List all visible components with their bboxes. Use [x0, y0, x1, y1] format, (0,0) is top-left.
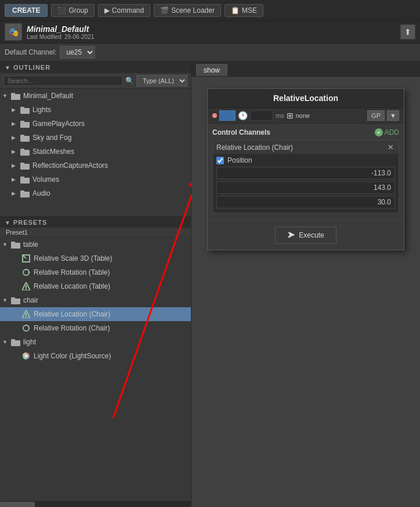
right-content: RelativeLocation 🕐 0 ms ⊞ none GP ▼ Cont…	[191, 77, 420, 507]
group-chair[interactable]: ▼ chair	[0, 293, 191, 307]
expand-icon: ▶	[12, 177, 17, 182]
push-button[interactable]: ⬆	[400, 24, 415, 39]
group-label: light	[23, 338, 36, 346]
dropdown-button[interactable]: ▼	[387, 110, 399, 121]
add-button[interactable]: + ADD	[375, 128, 399, 136]
position-checkbox-row: Position	[216, 156, 395, 164]
outliner-header: ▼ OUTLINER	[0, 62, 191, 73]
title-bar: 🎭 Minimal_Default Last Modified: 29-06-2…	[0, 21, 420, 44]
svg-rect-29	[11, 340, 20, 346]
search-input[interactable]	[3, 75, 123, 86]
expand-icon: ▶	[12, 149, 17, 154]
tree-item-reflection[interactable]: ▶ ReflectionCaptureActors	[0, 159, 191, 172]
expand-icon: ▶	[12, 121, 17, 127]
svg-rect-10	[20, 164, 30, 170]
tree-item-sky[interactable]: ▶ Sky and Fog	[0, 131, 191, 145]
execute-icon: ⮞	[287, 231, 295, 240]
position-checkbox[interactable]	[216, 157, 224, 164]
color-button[interactable]	[219, 110, 236, 121]
group-light[interactable]: ▼ light	[0, 335, 191, 349]
create-button[interactable]: CREATE	[5, 4, 48, 17]
clock-icon[interactable]: 🕐	[238, 111, 248, 120]
default-channel-bar: Default Channel: ue25	[0, 44, 420, 62]
dialog-title: RelativeLocation	[208, 89, 404, 108]
project-name: Minimal_Default	[27, 24, 396, 34]
right-panel: show RelativeLocation 🕐 0	[191, 62, 420, 507]
tree-label: ReflectionCaptureActors	[32, 161, 108, 170]
main-layout: ▼ OUTLINER 🔍 Type (ALL) ▼ Minimal_Defaul…	[0, 62, 420, 507]
preset-item-scale-table[interactable]: Relative Scale 3D (Table)	[0, 251, 191, 265]
grid-icon[interactable]: ⊞	[287, 111, 294, 120]
group-label: table	[23, 240, 38, 249]
dialog-toolbar: 🕐 0 ms ⊞ none GP ▼	[208, 108, 404, 124]
bottom-scrollbar[interactable]	[0, 501, 191, 507]
tree-item-gameplay[interactable]: ▶ GamePlayActors	[0, 117, 191, 131]
tree-label: Lights	[32, 106, 51, 114]
presets-header: ▼ PRESETS	[0, 217, 191, 228]
close-channel-button[interactable]: ✕	[386, 143, 395, 152]
grid-value: none	[296, 112, 310, 119]
control-channels-header: Control Channels + ADD	[212, 128, 399, 136]
folder-icon-chair	[10, 295, 21, 305]
folder-icon-audio	[20, 188, 30, 199]
group-button[interactable]: ⬛ Group	[51, 4, 94, 17]
top-bar: CREATE ⬛ Group ▶ Command 🎬 Scene Loader …	[0, 0, 420, 21]
last-modified: Last Modified: 29-06-2021	[27, 34, 396, 40]
preset-item-rotation-table[interactable]: Relative Rotation (Table)	[0, 265, 191, 279]
preset-item-light-color[interactable]: Light Color (LightSource)	[0, 349, 191, 363]
relative-location-dialog: RelativeLocation 🕐 0 ms ⊞ none GP ▼ Cont…	[207, 88, 404, 250]
svg-rect-17	[11, 242, 15, 243]
svg-rect-24	[11, 299, 20, 304]
svg-rect-11	[20, 163, 24, 164]
tree-label: Minimal_Default	[23, 92, 73, 100]
channel-select[interactable]: ue25	[60, 46, 95, 59]
tree-label: GamePlayActors	[32, 120, 85, 128]
scale-icon	[21, 253, 31, 264]
dialog-footer: ⮞ Execute	[208, 220, 404, 250]
rotation-icon	[21, 267, 31, 278]
folder-icon-gameplay	[20, 118, 30, 129]
svg-rect-2	[20, 108, 30, 114]
svg-rect-4	[20, 122, 30, 128]
svg-rect-8	[20, 150, 30, 156]
scene-loader-button[interactable]: 🎬 Scene Loader	[154, 4, 221, 17]
z-value-input[interactable]	[216, 196, 395, 208]
expand-icon: ▼	[2, 242, 8, 247]
outliner-arrow: ▼	[5, 64, 11, 71]
tree-item-lights[interactable]: ▶ Lights	[0, 103, 191, 117]
presets-arrow: ▼	[5, 220, 11, 226]
svg-rect-0	[11, 94, 20, 100]
gp-button[interactable]: GP	[367, 110, 385, 121]
type-filter[interactable]: Type (ALL)	[136, 75, 187, 87]
group-label: chair	[23, 296, 38, 304]
expand-icon: ▶	[12, 135, 17, 141]
preset-item-location-chair[interactable]: Relative Location (Chair)	[0, 307, 191, 321]
x-value-input[interactable]	[216, 167, 395, 179]
tree-item-volumes[interactable]: ▶ Volumes	[0, 172, 191, 186]
tree-item-static-meshes[interactable]: ▶ StaticMeshes	[0, 145, 191, 159]
tree-label: Relative Rotation (Table)	[34, 268, 110, 276]
tab-show[interactable]: show	[196, 64, 227, 76]
execute-button[interactable]: ⮞ Execute	[275, 226, 336, 244]
expand-icon: ▶	[12, 163, 17, 168]
mse-button[interactable]: 📋 MSE	[225, 4, 263, 17]
svg-rect-9	[20, 149, 24, 150]
svg-rect-15	[20, 190, 24, 192]
group-table[interactable]: ▼ table	[0, 238, 191, 251]
search-bar: 🔍 Type (ALL)	[0, 73, 191, 89]
preset-item-rotation-chair[interactable]: Relative Rotation (Chair)	[0, 321, 191, 335]
expand-icon: ▶	[12, 107, 17, 113]
command-button[interactable]: ▶ Command	[98, 4, 150, 17]
time-input[interactable]: 0	[250, 110, 273, 121]
y-value-input[interactable]	[216, 181, 395, 194]
tab-bar: show	[191, 62, 420, 77]
tree-item-audio[interactable]: ▶ Audio	[0, 186, 191, 200]
tree-label: Volumes	[32, 175, 59, 184]
preset-item-location-table[interactable]: Relative Location (Table)	[0, 279, 191, 293]
channel-item-header: Relative Location (Chair) ✕	[213, 141, 399, 154]
mse-icon: 📋	[231, 6, 240, 15]
add-circle-icon: +	[375, 128, 383, 136]
folder-icon-lights	[20, 105, 30, 115]
svg-rect-25	[11, 297, 15, 299]
tree-item-minimal-default[interactable]: ▼ Minimal_Default	[0, 89, 191, 103]
